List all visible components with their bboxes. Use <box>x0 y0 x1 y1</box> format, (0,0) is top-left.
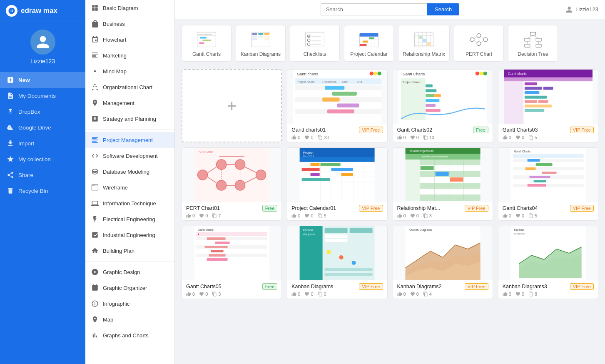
svg-rect-36 <box>360 33 378 37</box>
cat-flowchart[interactable]: Flowchart <box>85 32 174 47</box>
app-name: edraw max <box>21 7 57 15</box>
shortcut-gantt[interactable]: Project Resources Gantt Charts <box>182 25 232 62</box>
svg-rect-69 <box>536 38 541 41</box>
shortcut-decision-tree[interactable]: Decision Tree <box>508 25 558 62</box>
svg-rect-125 <box>525 109 544 112</box>
copy-icon <box>423 135 428 140</box>
shortcut-relationship-matrix-label: Relationship Matrix <box>403 51 445 57</box>
thumbs-up-icon <box>291 213 296 218</box>
cat-electrical-label: Electrical Engineering <box>103 216 155 222</box>
cat-graphic-organizer[interactable]: Graphic Organizer <box>85 280 174 296</box>
shortcut-pert-chart[interactable]: PERT Chart <box>454 25 504 62</box>
gantt03-svg: Gantt charts <box>498 70 598 124</box>
badge-gantt05: Free <box>262 283 278 290</box>
template-pert01[interactable]: PERT Chart <box>182 147 282 221</box>
svg-text:Gantt charts: Gantt charts <box>297 72 319 76</box>
cat-mind-map[interactable]: Mind Map <box>85 63 174 79</box>
template-gantt05[interactable]: Gantt charts ▮ <box>182 226 282 299</box>
cat-management[interactable]: Management <box>85 95 174 111</box>
template-gantt02[interactable]: Gantt Charts Project Name <box>393 69 493 142</box>
cat-graphs[interactable]: Graphs and Charts <box>85 327 174 343</box>
svg-text:Project: Project <box>303 151 314 155</box>
cat-wireframe-label: Wireframe <box>103 184 128 191</box>
svg-rect-93 <box>322 97 339 101</box>
cat-software-dev[interactable]: Software Development <box>85 148 174 164</box>
kanban03-svg: Kanban Diagrams <box>498 226 598 280</box>
sidebar: edraw max Lizzie123 New My Documents Dro… <box>0 0 85 364</box>
svg-point-132 <box>235 160 245 170</box>
svg-rect-194 <box>513 184 583 187</box>
sidebar-item-my-collection[interactable]: My collection <box>0 151 85 167</box>
svg-rect-105 <box>426 89 436 92</box>
cat-project-management[interactable]: Project Management <box>85 132 174 148</box>
svg-rect-212 <box>207 237 226 240</box>
svg-rect-188 <box>513 159 583 162</box>
cat-map[interactable]: Map <box>85 312 174 327</box>
cat-marketing[interactable]: Marketing <box>85 47 174 63</box>
svg-rect-110 <box>426 109 440 112</box>
shortcut-checklist[interactable]: Checklists <box>290 25 340 62</box>
shortcut-relationship-matrix[interactable]: Relationship Matrix <box>398 25 450 62</box>
preview-gantt04: Gantt Charts <box>498 148 598 202</box>
cat-info-tech[interactable]: Information Technique <box>85 195 174 211</box>
sidebar-item-recycle-bin[interactable]: Recycle Bin <box>0 183 85 199</box>
cat-mind-map-label: Mind Map <box>103 68 127 75</box>
copy-icon <box>528 213 533 218</box>
svg-rect-92 <box>332 92 357 95</box>
svg-line-72 <box>527 35 533 38</box>
template-gantt03[interactable]: Gantt charts <box>498 69 598 142</box>
pert01-svg: PERT Chart <box>182 148 281 202</box>
sidebar-item-share[interactable]: Share <box>0 167 85 183</box>
sidebar-item-new[interactable]: New <box>0 72 85 88</box>
shortcut-kanban[interactable]: Kanban Diagrams <box>236 25 286 62</box>
svg-rect-174 <box>420 171 480 177</box>
svg-point-79 <box>373 72 377 75</box>
svg-rect-195 <box>527 159 540 162</box>
new-template-card[interactable]: + <box>182 69 282 142</box>
svg-rect-46 <box>360 44 366 46</box>
template-gantt04[interactable]: Gantt Charts <box>498 147 598 221</box>
cat-graphic-design[interactable]: Graphic Design <box>85 264 174 280</box>
copy-icon <box>212 213 217 218</box>
sidebar-item-my-documents[interactable]: My Documents <box>0 88 85 104</box>
svg-rect-108 <box>426 99 439 102</box>
cat-graphic-design-label: Graphic Design <box>103 269 140 275</box>
sidebar-item-google-drive[interactable]: Google Drive <box>0 120 85 135</box>
cat-building[interactable]: Building Plan <box>85 243 174 259</box>
sidebar-item-import[interactable]: Import <box>0 135 85 151</box>
decision-tree-icon <box>523 31 543 48</box>
template-relmat01[interactable]: Relationship matrix Review your dashboar… <box>393 147 493 221</box>
thumbs-up-icon <box>503 135 508 140</box>
cat-database[interactable]: Database Modeling <box>85 164 174 180</box>
cat-org-chart[interactable]: Organizational Chart <box>85 79 174 95</box>
cat-basic-diagram[interactable]: Basic Diagram <box>85 0 174 16</box>
svg-rect-229 <box>325 268 373 271</box>
svg-point-134 <box>256 170 266 180</box>
nav-new-label: New <box>18 77 30 83</box>
badge-kanban02: VIP Free <box>465 283 488 290</box>
template-kanban02[interactable]: Kanban Diagrams Ka <box>393 226 493 299</box>
svg-rect-210 <box>197 254 267 257</box>
cat-industrial[interactable]: Industrial Engineering <box>85 227 174 243</box>
search-button[interactable]: Search <box>427 3 459 15</box>
template-kanban01[interactable]: Kanban diagrams Kan <box>287 226 387 299</box>
cat-infographic-label: Infographic <box>103 301 129 307</box>
svg-rect-1 <box>95 5 98 7</box>
shortcut-project-calendar[interactable]: Project Calendar <box>344 25 394 62</box>
nav-import-label: Import <box>18 140 34 147</box>
card-footer-kanban01: Kanban Diagrams VIP Free 0 0 0 <box>287 280 387 299</box>
template-projectcal01[interactable]: Project May 2019 <box>287 147 387 221</box>
cat-business[interactable]: Business <box>85 16 174 32</box>
search-input[interactable] <box>321 3 427 15</box>
pert-chart-icon <box>469 31 489 48</box>
svg-text:Gantt charts: Gantt charts <box>508 72 526 76</box>
template-kanban03[interactable]: Kanban Diagrams Kanban Diagrams3 <box>498 226 598 299</box>
cat-wireframe[interactable]: Wireframe <box>85 180 174 195</box>
template-gantt01[interactable]: Gantt charts Project Name Resources Star… <box>287 69 387 142</box>
svg-text:Kanban: Kanban <box>303 229 313 232</box>
cat-electrical[interactable]: Electrical Engineering <box>85 211 174 227</box>
card-stats-pert01: 0 0 7 <box>186 213 277 218</box>
cat-infographic[interactable]: Infographic <box>85 296 174 312</box>
sidebar-item-dropbox[interactable]: DropBox <box>0 104 85 120</box>
cat-strategy[interactable]: Strategy and Planning <box>85 111 174 127</box>
